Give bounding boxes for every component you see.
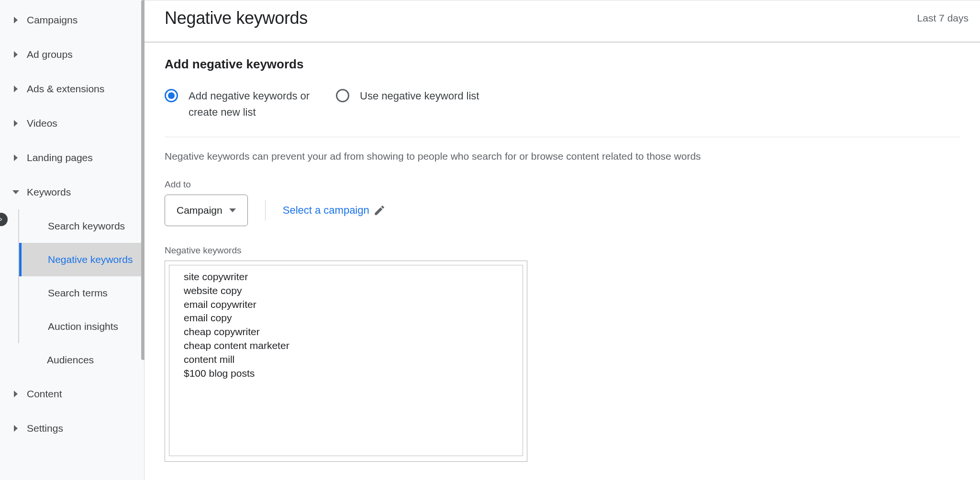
sidebar-item-label: Videos xyxy=(27,118,57,129)
radio-option-add-new[interactable]: Add negative keywords or create new list xyxy=(165,88,323,120)
add-to-label: Add to xyxy=(165,179,960,190)
radio-label: Add negative keywords or create new list xyxy=(189,88,323,120)
date-range-picker[interactable]: Last 7 days xyxy=(917,12,969,24)
chevron-right-icon xyxy=(14,86,18,92)
sidebar-subitem-search-terms[interactable]: Search terms xyxy=(19,276,144,310)
sidebar-subitem-negative-keywords[interactable]: Negative keywords xyxy=(19,243,144,276)
radio-group-add-mode: Add negative keywords or create new list… xyxy=(165,88,960,137)
sidebar-item-label: Settings xyxy=(27,423,63,434)
sidebar-item-label: Landing pages xyxy=(27,152,93,164)
sidebar-item-campaigns[interactable]: Campaigns xyxy=(0,3,144,37)
sidebar-item-label: Auction insights xyxy=(48,321,118,332)
negative-keywords-label: Negative keywords xyxy=(165,245,960,256)
chevron-down-icon xyxy=(229,208,236,212)
chevron-right-icon xyxy=(14,425,18,432)
add-to-value: Campaign xyxy=(177,205,223,216)
chevron-right-icon xyxy=(14,120,18,127)
negative-keywords-wrapper xyxy=(165,261,527,462)
sidebar-item-label: Keywords xyxy=(27,186,71,198)
add-to-dropdown[interactable]: Campaign xyxy=(165,195,248,226)
radio-unselected-icon xyxy=(336,89,349,102)
chevron-down-icon xyxy=(12,190,19,194)
sidebar-item-content[interactable]: Content xyxy=(0,377,144,411)
page-title: Negative keywords xyxy=(165,8,308,28)
helper-text: Negative keywords can prevent your ad fr… xyxy=(165,151,960,162)
drawer-expand-button[interactable] xyxy=(0,213,8,226)
sidebar-item-videos[interactable]: Videos xyxy=(0,106,144,141)
radio-selected-icon xyxy=(165,89,178,102)
sidebar-item-label: Ads & extensions xyxy=(27,83,104,95)
radio-option-use-list[interactable]: Use negative keyword list xyxy=(336,88,479,120)
sidebar-subitem-auction-insights[interactable]: Auction insights xyxy=(19,310,144,343)
select-campaign-link[interactable]: Select a campaign xyxy=(283,204,386,217)
sidebar-item-label: Campaigns xyxy=(27,14,78,26)
sidebar-item-ads-extensions[interactable]: Ads & extensions xyxy=(0,72,144,106)
chevron-right-icon xyxy=(14,17,18,23)
sidebar-item-keywords[interactable]: Keywords xyxy=(0,175,144,209)
negative-keywords-textarea[interactable] xyxy=(169,265,523,456)
sidebar-subitem-audiences[interactable]: Audiences xyxy=(18,343,144,377)
pencil-icon xyxy=(373,204,386,217)
section-title: Add negative keywords xyxy=(165,57,960,72)
sidebar: Campaigns Ad groups Ads & extensions Vid… xyxy=(0,0,145,480)
divider xyxy=(265,200,266,221)
sidebar-item-label: Content xyxy=(27,388,62,400)
page-header: Negative keywords Last 7 days xyxy=(145,0,980,43)
sidebar-item-label: Negative keywords xyxy=(48,254,133,265)
main-content: Negative keywords Last 7 days Add negati… xyxy=(145,0,980,480)
chevron-right-icon xyxy=(14,51,18,58)
radio-label: Use negative keyword list xyxy=(360,88,479,104)
sidebar-item-ad-groups[interactable]: Ad groups xyxy=(0,37,144,72)
select-campaign-label: Select a campaign xyxy=(283,204,369,217)
sidebar-subitem-search-keywords[interactable]: Search keywords xyxy=(19,209,144,243)
sidebar-item-label: Audiences xyxy=(47,354,94,365)
sidebar-item-label: Search keywords xyxy=(48,220,125,231)
chevron-right-icon xyxy=(14,391,18,397)
sidebar-item-landing-pages[interactable]: Landing pages xyxy=(0,141,144,175)
chevron-right-icon xyxy=(14,154,18,161)
sidebar-item-settings[interactable]: Settings xyxy=(0,411,144,446)
sidebar-item-label: Ad groups xyxy=(27,49,73,60)
sidebar-item-label: Search terms xyxy=(48,287,108,298)
